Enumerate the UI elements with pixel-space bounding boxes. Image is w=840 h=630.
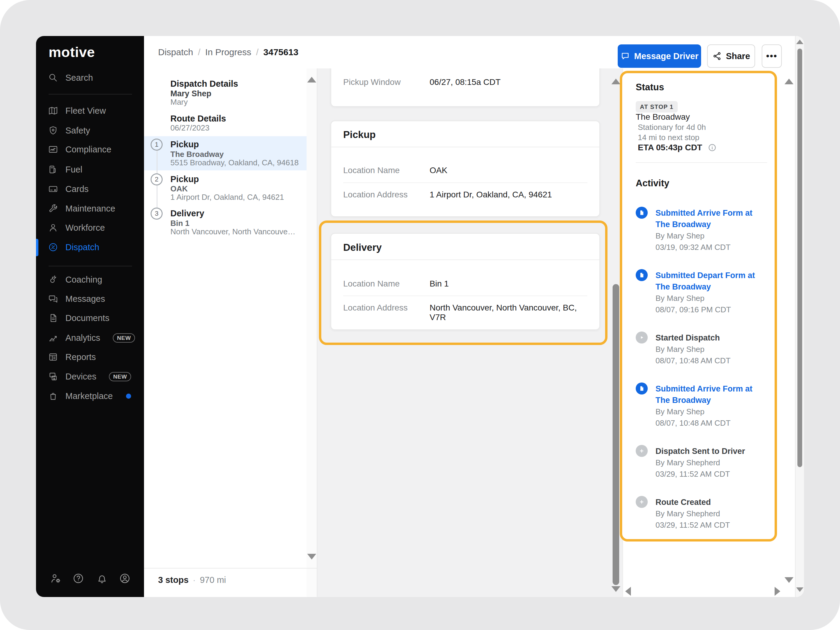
sidebar-item-label: Search — [65, 73, 93, 83]
person-icon — [48, 223, 58, 233]
scroll-left-arrow[interactable] — [625, 587, 631, 596]
shield-icon — [48, 125, 58, 136]
stops-count: 3 stops — [158, 575, 189, 585]
activity-timestamp: 08/07, 10:48 AM CDT — [655, 417, 765, 429]
delivery-card: Delivery Location Name Bin 1 Location Ad… — [331, 233, 600, 330]
activity-item: Dispatch Sent to Driver By Mary Shepherd… — [636, 445, 768, 480]
sidebar-item-label: Cards — [65, 184, 88, 194]
scroll-up-arrow[interactable] — [796, 39, 804, 44]
form-icon — [636, 382, 648, 395]
report-icon — [48, 352, 58, 362]
sidebar-item-marketplace[interactable]: Marketplace — [48, 387, 131, 405]
activity-title: Activity — [636, 178, 669, 189]
sidebar-item-safety[interactable]: Safety — [48, 122, 90, 139]
admin-users-icon[interactable] — [50, 572, 62, 584]
route-panel-scrollbar — [306, 68, 317, 597]
activity-timestamp: 03/19, 09:32 AM CDT — [655, 242, 765, 253]
sidebar-item-workforce[interactable]: Workforce — [48, 219, 105, 237]
sidebar-item-label: Reports — [65, 352, 96, 362]
activity-link[interactable]: Submitted Depart Form at The Broadway — [655, 270, 765, 292]
route-footer-divider — [144, 568, 317, 568]
route-date: 06/27/2023 — [171, 123, 209, 133]
fuel-pump-icon — [48, 164, 58, 175]
activity-event: Dispatch Sent to Driver — [655, 445, 765, 457]
credit-card-icon — [48, 184, 58, 194]
scroll-up-arrow[interactable] — [611, 79, 621, 84]
help-icon[interactable] — [72, 572, 84, 584]
route-details-title: Route Details — [171, 114, 226, 123]
stop-number-badge: 3 — [151, 208, 163, 219]
stop-type: Pickup — [171, 139, 199, 149]
status-location: The Broadway — [636, 112, 690, 122]
sidebar-item-label: Analytics — [65, 333, 100, 343]
scroll-down-arrow[interactable] — [785, 577, 794, 583]
sidebar-item-label: Fleet View — [65, 106, 106, 116]
info-icon[interactable] — [708, 143, 717, 152]
at-stop-badge: AT STOP 1 — [636, 101, 678, 112]
account-icon[interactable] — [119, 572, 131, 584]
message-driver-button[interactable]: Message Driver — [618, 44, 701, 68]
scroll-up-arrow[interactable] — [785, 79, 794, 84]
more-actions-button[interactable]: ••• — [762, 44, 782, 68]
distance-to-next-stop: 14 mi to next stop — [638, 133, 699, 142]
activity-author: By Mary Shep — [655, 406, 765, 417]
active-item-indicator — [36, 239, 38, 256]
sidebar-item-label: Coaching — [65, 275, 102, 285]
row-label: Location Address — [343, 303, 429, 322]
activity-item: Submitted Depart Form at The Broadway By… — [636, 270, 768, 315]
sidebar-item-analytics[interactable]: Analytics NEW — [48, 329, 135, 347]
activity-timestamp: 03/29, 11:52 AM CDT — [655, 468, 765, 480]
breadcrumb-separator: / — [198, 47, 201, 57]
sidebar-item-devices[interactable]: Devices NEW — [48, 368, 131, 385]
activity-link[interactable]: Submitted Arrive Form at The Broadway — [655, 207, 765, 230]
row-value: North Vancouver, North Vancouver, BC, V7… — [429, 303, 587, 322]
scroll-down-arrow[interactable] — [796, 587, 804, 592]
sidebar-item-fuel[interactable]: Fuel — [48, 161, 82, 178]
search-icon — [48, 73, 58, 83]
activity-author: By Mary Shep — [655, 292, 765, 304]
sidebar-item-dispatch[interactable]: Dispatch — [48, 238, 99, 256]
delivery-card-title: Delivery — [343, 242, 382, 253]
route-summary: 3 stops · 970 mi — [158, 575, 226, 585]
sidebar-item-documents[interactable]: Documents — [48, 309, 109, 327]
notification-dot — [126, 393, 131, 399]
sidebar-item-label: Fuel — [65, 165, 82, 175]
breadcrumb-dispatch[interactable]: Dispatch — [158, 47, 193, 57]
notifications-bell-icon[interactable] — [96, 572, 108, 584]
motive-logo[interactable]: motive — [49, 44, 95, 60]
sidebar-item-messages[interactable]: Messages — [48, 290, 105, 308]
card-divider — [331, 147, 599, 147]
sidebar-item-reports[interactable]: Reports — [48, 348, 96, 366]
detail-panel-scrollbar-thumb[interactable] — [613, 284, 619, 585]
breadcrumb-in-progress[interactable]: In Progress — [205, 47, 251, 57]
scroll-down-arrow[interactable] — [611, 586, 621, 592]
page-scrollbar-thumb[interactable] — [797, 49, 802, 467]
chart-icon — [48, 333, 58, 343]
stop-type: Pickup — [171, 174, 199, 184]
activity-item: Started Dispatch By Mary Shep 08/07, 10:… — [636, 332, 768, 366]
sidebar-item-search[interactable]: Search — [48, 69, 93, 87]
sidebar-item-label: Devices — [65, 372, 96, 382]
sidebar-item-fleet-view[interactable]: Fleet View — [48, 102, 106, 120]
stop-name: OAK — [171, 184, 188, 194]
stationary-duration: Stationary for 4d 0h — [638, 123, 706, 132]
driver-name: Mary Shep — [171, 89, 212, 98]
sidebar-item-compliance[interactable]: Compliance — [48, 141, 111, 158]
sidebar-item-maintenance[interactable]: Maintenance — [48, 199, 115, 218]
scroll-right-arrow[interactable] — [775, 587, 780, 596]
detail-row: Location Address 1 Airport Dr, Oakland, … — [343, 190, 587, 199]
sidebar-item-cards[interactable]: Cards — [48, 180, 88, 198]
sidebar-item-coaching[interactable]: Coaching — [48, 271, 102, 289]
scroll-up-arrow[interactable] — [307, 77, 316, 82]
activity-timestamp: 08/07, 10:48 AM CDT — [655, 355, 765, 366]
status-divider — [636, 162, 767, 163]
scroll-down-arrow[interactable] — [307, 554, 316, 559]
share-button[interactable]: Share — [707, 44, 755, 68]
stop-name: The Broadway — [171, 150, 224, 159]
pickup-card-title: Pickup — [343, 129, 376, 141]
activity-link[interactable]: Submitted Arrive Form at The Broadway — [655, 383, 765, 406]
breadcrumb: Dispatch / In Progress / 3475613 — [158, 36, 298, 68]
driver-subtitle: Mary — [171, 98, 188, 107]
activity-event: Started Dispatch — [655, 332, 765, 344]
row-label: Location Address — [343, 190, 429, 199]
